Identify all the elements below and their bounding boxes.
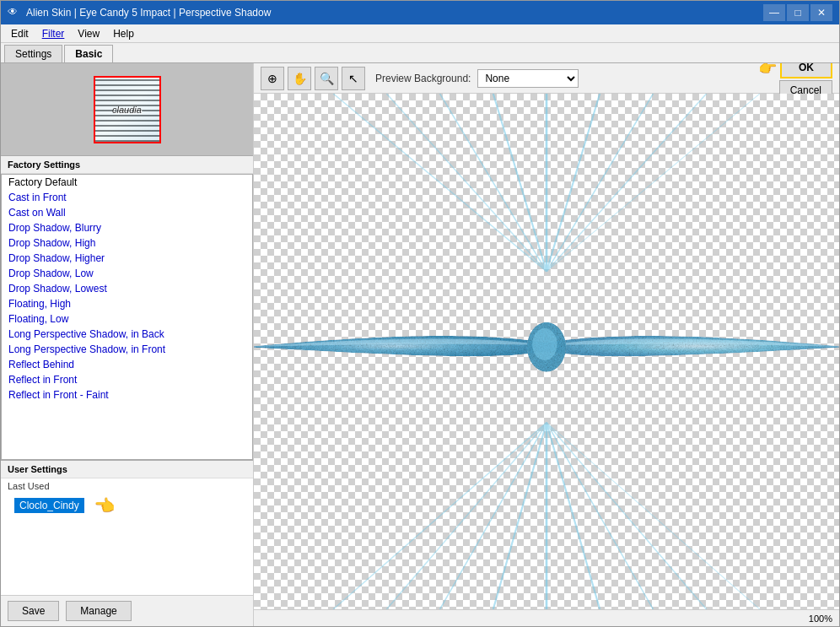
list-item-drop-shadow-blurry[interactable]: Drop Shadow, Blurry (2, 220, 252, 235)
right-panel: ⊕ ✋ 🔍 ↖ Preview Background: None Black W… (254, 63, 839, 626)
list-item-cast-in-front[interactable]: Cast in Front (2, 190, 252, 205)
factory-settings-section: Factory Settings Factory Default Cast in… (1, 156, 253, 460)
preview-canvas (254, 94, 839, 609)
ok-button[interactable]: OK (780, 63, 832, 78)
svg-line-1 (386, 94, 547, 272)
list-item-reflect-in-front[interactable]: Reflect in Front (2, 372, 252, 387)
list-item-cast-on-wall[interactable]: Cast on Wall (2, 205, 252, 220)
svg-line-0 (333, 94, 547, 272)
menu-edit[interactable]: Edit (4, 26, 35, 41)
svg-line-6 (547, 94, 653, 272)
svg-line-7 (547, 94, 707, 272)
svg-line-10 (386, 423, 547, 609)
main-content: claudia Factory Settings Factory Default… (1, 63, 839, 626)
svg-line-14 (547, 423, 600, 609)
zoom-level: 100% (809, 613, 832, 624)
minimize-button[interactable]: — (763, 4, 785, 21)
svg-line-3 (493, 94, 547, 272)
thumbnail-image: claudia (94, 76, 161, 143)
close-button[interactable]: ✕ (810, 4, 832, 21)
svg-line-8 (547, 94, 760, 272)
maximize-button[interactable]: □ (787, 4, 809, 21)
tab-settings[interactable]: Settings (4, 45, 62, 62)
shadow-lines-top (333, 94, 760, 272)
menu-bar: Edit Filter View Help (1, 24, 839, 43)
preview-bg-label: Preview Background: (375, 73, 471, 84)
tab-basic[interactable]: Basic (64, 45, 113, 62)
list-item-floating-high[interactable]: Floating, High (2, 296, 252, 311)
svg-line-12 (493, 423, 547, 609)
ribbon-knot-highlight (532, 328, 557, 360)
list-item-floating-low[interactable]: Floating, Low (2, 311, 252, 327)
ribbon-right (547, 336, 839, 356)
list-item-drop-shadow-higher[interactable]: Drop Shadow, Higher (2, 251, 252, 266)
save-button[interactable]: Save (8, 601, 59, 621)
list-item-long-perspective-back[interactable]: Long Perspective Shadow, in Back (2, 327, 252, 342)
left-panel: claudia Factory Settings Factory Default… (1, 63, 254, 626)
user-settings-label: User Settings (1, 461, 253, 478)
ribbon-left (254, 336, 547, 356)
tool-hand[interactable]: ✋ (288, 67, 311, 90)
svg-line-17 (547, 423, 760, 609)
tool-zoom[interactable]: 🔍 (315, 67, 338, 90)
preview-svg (254, 94, 839, 609)
user-settings-item[interactable]: Cloclo_Cindy (14, 498, 84, 513)
svg-line-15 (547, 423, 653, 609)
toolbar: ⊕ ✋ 🔍 ↖ Preview Background: None Black W… (254, 63, 839, 94)
list-item-drop-shadow-low[interactable]: Drop Shadow, Low (2, 266, 252, 281)
factory-settings-list[interactable]: Factory Default Cast in Front Cast on Wa… (1, 174, 253, 460)
list-item-reflect-behind[interactable]: Reflect Behind (2, 357, 252, 372)
last-used-label: Last Used (1, 478, 253, 494)
svg-line-11 (440, 423, 547, 609)
list-item-drop-shadow-high[interactable]: Drop Shadow, High (2, 235, 252, 251)
svg-line-16 (547, 423, 707, 609)
tab-bar: Settings Basic (1, 43, 839, 63)
list-item-drop-shadow-lowest[interactable]: Drop Shadow, Lowest (2, 281, 252, 296)
preview-bg-select[interactable]: None Black White Custom (477, 69, 579, 88)
svg-line-5 (547, 94, 600, 272)
hand-pointer-icon: 👉 (94, 495, 116, 516)
svg-line-9 (333, 423, 547, 609)
bottom-buttons: Save Manage (1, 595, 253, 626)
title-bar: 👁 Alien Skin | Eye Candy 5 Impact | Pers… (1, 1, 839, 24)
user-settings-section: User Settings Last Used Cloclo_Cindy 👉 (1, 460, 253, 595)
manage-button[interactable]: Manage (66, 601, 131, 621)
window-controls: — □ ✕ (763, 4, 832, 21)
list-item-reflect-in-front-faint[interactable]: Reflect in Front - Faint (2, 387, 252, 403)
tool-crosshair[interactable]: ⊕ (261, 67, 284, 90)
menu-filter[interactable]: Filter (35, 26, 72, 41)
thumbnail-area: claudia (1, 63, 253, 156)
status-bar: 100% (254, 609, 839, 626)
list-item-factory-default[interactable]: Factory Default (2, 175, 252, 190)
shadow-lines-bottom (333, 423, 760, 609)
user-settings-item-label: Cloclo_Cindy (19, 500, 79, 511)
main-window: 👁 Alien Skin | Eye Candy 5 Impact | Pers… (0, 0, 840, 627)
window-title: Alien Skin | Eye Candy 5 Impact | Perspe… (26, 7, 763, 19)
list-item-long-perspective-front[interactable]: Long Perspective Shadow, in Front (2, 342, 252, 357)
tool-arrow[interactable]: ↖ (342, 67, 365, 90)
svg-line-2 (440, 94, 547, 272)
menu-view[interactable]: View (71, 26, 106, 41)
ok-hand-icon: 👉 (758, 63, 777, 77)
menu-help[interactable]: Help (106, 26, 141, 41)
factory-settings-label: Factory Settings (1, 156, 253, 174)
app-icon: 👁 (8, 6, 21, 19)
